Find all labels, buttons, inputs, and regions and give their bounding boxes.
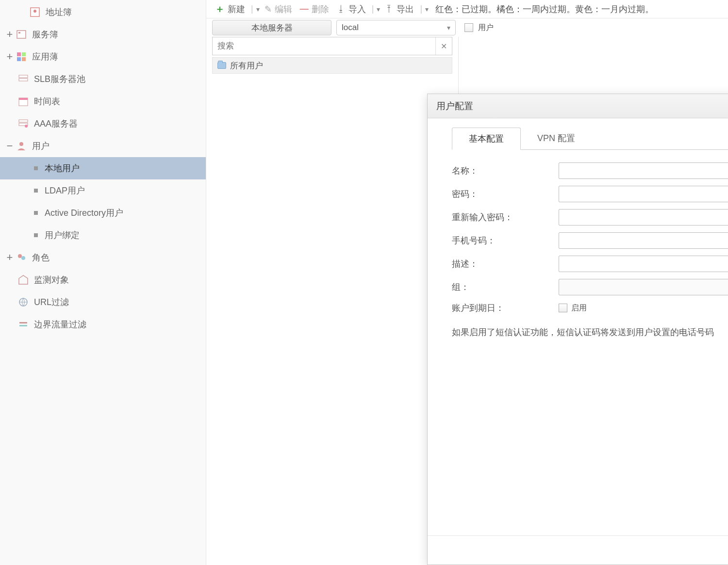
expander-icon[interactable]: + — [4, 252, 16, 263]
chevron-down-icon[interactable]: ▾ — [425, 5, 429, 13]
separator: | — [371, 4, 375, 14]
select-all-checkbox[interactable] — [464, 23, 473, 32]
delete-button[interactable]: —删除 — [297, 3, 332, 15]
name-label: 名称： — [452, 165, 559, 177]
dialog-title-bar: 用户配置 ✕ — [428, 94, 728, 118]
app-book-icon — [16, 51, 27, 63]
combo-value: local — [342, 23, 359, 32]
search-bar: ✕ — [212, 37, 452, 55]
name-input[interactable] — [559, 162, 728, 179]
nav-edge-traffic-filter[interactable]: 边界流量过滤 — [0, 313, 206, 336]
search-input[interactable] — [213, 41, 435, 51]
mobile-input[interactable] — [559, 232, 728, 249]
dialog-title: 用户配置 — [436, 100, 473, 113]
nav-label: SLB服务器池 — [34, 73, 85, 85]
nav-label: 应用薄 — [32, 51, 58, 63]
nav-label: 边界流量过滤 — [34, 319, 86, 330]
clear-search-icon[interactable]: ✕ — [435, 37, 452, 55]
minus-icon: — — [300, 4, 309, 14]
nav-label: Active Directory用户 — [45, 207, 123, 219]
row-name: 名称： (1-63) 字符 — [452, 162, 728, 179]
bullet-icon — [34, 166, 38, 170]
nav-label: 本地用户 — [45, 162, 80, 174]
svg-point-15 — [19, 142, 23, 146]
nav-ldap-users[interactable]: LDAP用户 — [0, 179, 206, 202]
nav-monitor-object[interactable]: 监测对象 — [0, 269, 206, 291]
edit-button[interactable]: ✎编辑 — [262, 3, 295, 15]
nav-label: 用户绑定 — [45, 229, 80, 241]
nav-app-book[interactable]: + 应用薄 — [0, 46, 206, 68]
repassword-input[interactable] — [559, 209, 728, 226]
nav-label: 时间表 — [34, 96, 60, 107]
enable-expire-checkbox[interactable] — [559, 304, 567, 312]
user-config-dialog: 用户配置 ✕ 基本配置 VPN 配置 名称： (1-63) 字符 密码： (1-… — [427, 94, 728, 565]
roles-icon — [16, 252, 27, 263]
nav-slb-pool[interactable]: SLB服务器池 — [0, 68, 206, 90]
svg-rect-3 — [18, 32, 20, 33]
svg-rect-2 — [17, 31, 26, 38]
tree-root-label: 所有用户 — [230, 60, 263, 71]
svg-rect-12 — [19, 120, 28, 122]
tab-vpn[interactable]: VPN 配置 — [521, 128, 592, 150]
nav-address-book[interactable]: + 地址簿 — [0, 1, 206, 23]
nav-label: 角色 — [32, 252, 50, 263]
upload-icon: ⭱ — [385, 4, 394, 14]
import-label: 导入 — [348, 3, 366, 15]
chevron-down-icon: ▾ — [447, 24, 450, 32]
svg-rect-20 — [19, 325, 27, 326]
export-button[interactable]: ⭱导出 — [382, 3, 417, 15]
download-icon: ⭳ — [337, 4, 346, 14]
expire-label: 账户到期日： — [452, 302, 559, 314]
nav-ad-users[interactable]: Active Directory用户 — [0, 202, 206, 224]
dialog-body: 基本配置 VPN 配置 名称： (1-63) 字符 密码： (1-31) 字符 … — [428, 118, 728, 535]
traffic-filter-icon — [17, 319, 29, 330]
nav-label: URL过滤 — [34, 296, 69, 308]
chevron-down-icon[interactable]: ▾ — [256, 5, 260, 13]
aaa-server-icon — [17, 118, 29, 129]
pencil-icon: ✎ — [265, 4, 272, 15]
new-button[interactable]: ＋新建 — [212, 2, 248, 16]
bullet-icon — [34, 233, 38, 237]
plus-icon: ＋ — [215, 2, 225, 16]
expander-icon[interactable]: − — [4, 141, 16, 151]
folder-icon — [217, 62, 226, 69]
nav-aaa-server[interactable]: AAA服务器 — [0, 113, 206, 135]
expander-icon[interactable]: + — [4, 51, 16, 62]
repassword-label: 重新输入密码： — [452, 211, 559, 223]
sms-note: 如果启用了短信认证功能，短信认证码将发送到用户设置的电话号码 — [452, 326, 728, 338]
svg-rect-9 — [19, 79, 28, 81]
group-input[interactable] — [559, 279, 728, 295]
group-label: 组： — [452, 281, 559, 293]
svg-point-17 — [21, 256, 25, 260]
local-server-tab[interactable]: 本地服务器 — [212, 20, 331, 35]
nav-users[interactable]: − 用户 — [0, 135, 206, 157]
user-col-label: 用户 — [478, 23, 494, 33]
svg-point-1 — [33, 10, 36, 13]
desc-input[interactable] — [559, 256, 728, 272]
left-panel: ✕ 所有用户 — [206, 37, 459, 565]
expander-icon[interactable]: + — [4, 29, 16, 40]
password-input[interactable] — [559, 186, 728, 202]
user-icon — [16, 140, 27, 152]
nav-local-users[interactable]: 本地用户 — [0, 157, 206, 179]
nav-roles[interactable]: + 角色 — [0, 246, 206, 269]
nav-user-binding[interactable]: 用户绑定 — [0, 224, 206, 246]
calendar-icon — [17, 96, 29, 107]
server-bar: 本地服务器 local▾ 用户 — [206, 18, 728, 37]
server-combo[interactable]: local▾ — [336, 20, 456, 35]
tree-root[interactable]: 所有用户 — [212, 57, 452, 74]
legend-text: 红色：已过期。橘色：一周内过期。黄色：一月内过期。 — [430, 3, 654, 15]
import-button[interactable]: ⭳导入 — [334, 3, 369, 15]
chevron-down-icon[interactable]: ▾ — [377, 5, 380, 13]
svg-rect-11 — [19, 98, 28, 100]
url-filter-icon — [17, 296, 29, 308]
nav-label: LDAP用户 — [45, 185, 85, 196]
tab-basic[interactable]: 基本配置 — [452, 128, 521, 150]
row-group: 组： 选择 — [452, 279, 728, 295]
mobile-label: 手机号码： — [452, 235, 559, 246]
delete-label: 删除 — [312, 3, 329, 15]
svg-rect-7 — [22, 57, 26, 61]
nav-schedule[interactable]: 时间表 — [0, 90, 206, 113]
nav-service-book[interactable]: + 服务簿 — [0, 23, 206, 46]
nav-url-filter[interactable]: URL过滤 — [0, 291, 206, 313]
